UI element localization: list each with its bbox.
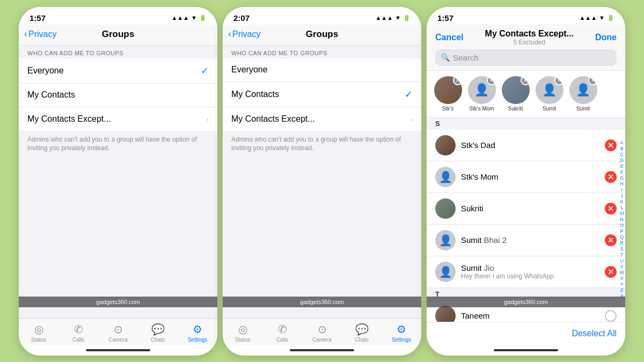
nav-title-1: Groups: [102, 29, 134, 40]
remove-sumitbhai-button[interactable]: ✕: [605, 234, 617, 246]
camera-icon-1: ⊙: [114, 323, 123, 336]
status-bar-3: 1:57 ▲▲▲ ▼ 🔋: [427, 7, 625, 25]
contact-name-sumitbhai-suffix: Bhai 2: [484, 235, 507, 245]
option-everyone-2[interactable]: Everyone: [223, 58, 421, 82]
check-icon-2: ✓: [405, 88, 413, 100]
person-icon-contact-sumitbhai: 👤: [439, 234, 452, 247]
tab-chats-1[interactable]: 💬 Chats: [138, 323, 178, 343]
remove-sumit1-icon[interactable]: ✕: [554, 76, 564, 85]
watermark-2: gadgets360.com: [223, 297, 421, 307]
option-mycontacts-2[interactable]: My Contacts ✓: [223, 82, 421, 107]
remove-stks-icon[interactable]: ✕: [453, 76, 462, 85]
tab-chats-2[interactable]: 💬 Chats: [342, 323, 382, 343]
watermark-3: gadgets360.com: [427, 297, 625, 307]
content-2: WHO CAN ADD ME TO GROUPS Everyone My Con…: [223, 46, 421, 318]
avatar-name-stks: Stk's: [442, 106, 453, 112]
remove-stksmom-icon[interactable]: ✕: [487, 76, 496, 85]
home-bar-1: [86, 349, 150, 351]
back-button-2[interactable]: ‹ Privacy: [228, 28, 260, 40]
status-bar-1: 1:57 ▲▲▲ ▼ 🔋: [19, 7, 217, 25]
option-everyone-1[interactable]: Everyone ✓: [19, 58, 217, 84]
done-button[interactable]: Done: [595, 33, 617, 42]
chevron-icon-1: ›: [206, 115, 209, 123]
phone3-nav: Cancel My Contacts Except... 5 Excluded …: [435, 29, 617, 46]
info-text-1: Admins who can't add you to a group will…: [19, 131, 217, 158]
phone-3: 1:57 ▲▲▲ ▼ 🔋 Cancel My Contacts Except..…: [427, 7, 625, 356]
contact-stksmom[interactable]: 👤 Stk's Mom ✕: [427, 161, 625, 193]
settings-icon-2: ⚙: [397, 323, 406, 336]
remove-stksdad-button[interactable]: ✕: [605, 139, 617, 151]
avatar-name-sukriti: Sukriti: [508, 106, 523, 112]
radio-taneem[interactable]: [605, 310, 617, 322]
deselect-bar: Deselect All: [427, 322, 625, 345]
contact-name-sumitjio-suffix: Jio: [484, 263, 494, 272]
tab-bar-1: ◎ Status ✆ Calls ⊙ Camera 💬 Chats ⚙ S: [19, 318, 217, 345]
phone3-header: Cancel My Contacts Except... 5 Excluded …: [427, 25, 625, 71]
options-list-2: Everyone My Contacts ✓ My Contacts Excep…: [223, 58, 421, 131]
deselect-all-button[interactable]: Deselect All: [572, 329, 617, 338]
home-bar-3: [494, 349, 558, 351]
home-indicator-2: [223, 345, 421, 356]
tab-camera-label-2: Camera: [312, 337, 332, 343]
back-button-1[interactable]: ‹ Privacy: [24, 28, 56, 40]
status-icon-1: ◎: [34, 323, 43, 336]
tab-calls-2[interactable]: ✆ Calls: [262, 323, 302, 343]
wifi-icon-2: ▼: [395, 14, 401, 21]
contact-sumitjio[interactable]: 👤 Sumit Jio Hey there! I am using WhatsA…: [427, 256, 625, 288]
back-arrow-icon-1: ‹: [24, 28, 27, 40]
settings-icon-1: ⚙: [193, 323, 202, 336]
avatar-stksdad: [435, 135, 456, 156]
tab-bar-2: ◎ Status ✆ Calls ⊙ Camera 💬 Chats ⚙ S: [223, 318, 421, 345]
contact-name-sumitjio: Sumit Jio: [461, 263, 599, 272]
tab-status-label-2: Status: [235, 337, 250, 343]
tab-status-1[interactable]: ◎ Status: [19, 323, 58, 343]
status-icons-1: ▲▲▲ ▼ 🔋: [171, 14, 207, 21]
search-bar[interactable]: 🔍 Search: [435, 49, 617, 66]
avatar-circle-stksmom: 👤 ✕: [468, 76, 496, 104]
option-except-2[interactable]: My Contacts Except... ›: [223, 107, 421, 131]
remove-sumitjio-button[interactable]: ✕: [605, 266, 617, 278]
avatar-contact-stksmom: 👤: [435, 167, 456, 187]
option-everyone-label-2: Everyone: [231, 65, 413, 75]
option-mycontacts-1[interactable]: My Contacts: [19, 84, 217, 107]
person-icon-contact-stksmom: 👤: [439, 171, 452, 183]
avatar-sumit1: 👤 ✕ Sumit: [535, 76, 564, 112]
contact-sukriti[interactable]: Sukriti ✕: [427, 193, 625, 225]
avatar-contact-sumitbhai: 👤: [435, 230, 456, 250]
tab-settings-1[interactable]: ⚙ Settings: [178, 323, 217, 343]
remove-sukriti-icon[interactable]: ✕: [521, 76, 530, 85]
tab-camera-1[interactable]: ⊙ Camera: [98, 323, 138, 343]
tab-calls-1[interactable]: ✆ Calls: [58, 323, 98, 343]
tab-settings-label-1: Settings: [188, 337, 207, 343]
wifi-icon-3: ▼: [599, 14, 605, 21]
battery-icon: 🔋: [199, 14, 207, 21]
option-everyone-label-1: Everyone: [27, 66, 201, 76]
option-except-1[interactable]: My Contacts Except... ›: [19, 107, 217, 131]
option-except-label-1: My Contacts Except...: [27, 114, 206, 124]
section-label-1: WHO CAN ADD ME TO GROUPS: [19, 46, 217, 58]
tab-camera-2[interactable]: ⊙ Camera: [302, 323, 342, 343]
cancel-button[interactable]: Cancel: [435, 33, 463, 42]
back-label-2: Privacy: [232, 29, 260, 39]
phone3-title: My Contacts Except...: [463, 29, 595, 39]
search-icon: 🔍: [441, 53, 450, 62]
person-icon-sumit1: 👤: [542, 83, 557, 97]
contact-sumitbhai[interactable]: 👤 Sumit Bhai 2 ✕: [427, 225, 625, 256]
remove-sumit2-icon[interactable]: ✕: [588, 76, 597, 85]
avatar-name-sumit1: Sumit: [543, 106, 557, 112]
avatar-circle-stks: ✕: [434, 76, 462, 104]
nav-bar-2: ‹ Privacy Groups: [223, 25, 421, 46]
avatar-sumit2: 👤 ✕ Sumit: [568, 76, 598, 112]
avatar-contact-sumitjio: 👤: [435, 262, 456, 282]
tab-settings-2[interactable]: ⚙ Settings: [382, 323, 421, 343]
back-arrow-icon-2: ‹: [228, 28, 231, 40]
option-mycontacts-label-2: My Contacts: [231, 90, 405, 99]
contact-info-stksdad: Stk's Dad: [461, 141, 599, 150]
tab-status-2[interactable]: ◎ Status: [223, 323, 262, 343]
time-3: 1:57: [437, 13, 453, 23]
contact-stksdad[interactable]: Stk's Dad ✕: [427, 130, 625, 161]
remove-stksmom-button[interactable]: ✕: [605, 171, 617, 183]
contact-name-stksmom: Stk's Mom: [461, 172, 599, 181]
remove-sukriti-button[interactable]: ✕: [605, 203, 617, 215]
tab-chats-label-1: Chats: [151, 337, 165, 343]
